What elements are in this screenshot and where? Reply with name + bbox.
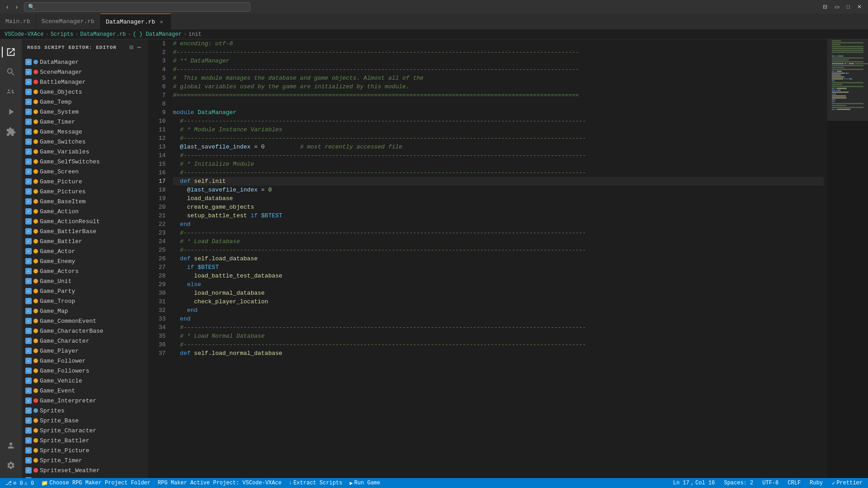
sidebar-toolbar[interactable]: ⊟ ⋯ xyxy=(129,43,143,52)
code-line: #---------------------------------------… xyxy=(173,323,824,332)
sidebar-item-game_vehicle[interactable]: Game_Vehicle xyxy=(22,376,148,386)
status-dot xyxy=(33,219,38,224)
folder-icon: 📁 xyxy=(41,480,48,487)
sidebar-item-game_variables[interactable]: Game_Variables xyxy=(22,147,148,157)
status-encoding[interactable]: UTF-8 xyxy=(761,478,781,488)
sidebar-item-game_baseitem[interactable]: Game_BaseItem xyxy=(22,196,148,206)
sidebar-item-label: Game_Interpreter xyxy=(40,397,96,404)
sidebar-item-spriteset_weather[interactable]: Spriteset_Weather xyxy=(22,465,148,475)
activity-settings[interactable] xyxy=(2,456,20,474)
sidebar-item-datamanager[interactable]: DataManager xyxy=(22,57,148,67)
status-spaces[interactable]: Spaces: 2 xyxy=(722,478,755,488)
sidebar-item-game_pictures[interactable]: Game_Pictures xyxy=(22,187,148,196)
sidebar-title: RGSS SCRIPT EDITOR: EDITOR ⊟ ⋯ xyxy=(22,39,148,55)
sidebar-collapse-icon[interactable]: ⊟ xyxy=(129,43,134,52)
status-language[interactable]: Ruby xyxy=(808,478,825,488)
sidebar-item-game_selfswitches[interactable]: Game_SelfSwitches xyxy=(22,157,148,167)
sidebar-item-game_objects[interactable]: Game_Objects xyxy=(22,87,148,97)
sidebar-item-game_action[interactable]: Game_Action xyxy=(22,206,148,216)
tab-main-rb[interactable]: Main.rb xyxy=(0,14,36,29)
tab-data-manager-rb[interactable]: DataManager.rb ✕ xyxy=(100,14,171,29)
close-button[interactable]: ✕ xyxy=(854,3,864,11)
sidebar-item-game_battlerbase[interactable]: Game_BattlerBase xyxy=(22,226,148,236)
activity-explorer[interactable] xyxy=(2,43,20,61)
line-number: 1 xyxy=(153,39,166,48)
sidebar-item-sprite_battler[interactable]: Sprite_Battler xyxy=(22,435,148,445)
sidebar-item-game_follower[interactable]: Game_Follower xyxy=(22,356,148,366)
status-formatter[interactable]: ✓ Prettier xyxy=(830,478,864,488)
sidebar-item-game_commonevent[interactable]: Game_CommonEvent xyxy=(22,316,148,326)
back-button[interactable]: ‹ xyxy=(4,2,11,11)
sidebar-item-game_unit[interactable]: Game_Unit xyxy=(22,276,148,286)
code-content[interactable]: # encoding: utf-8#----------------------… xyxy=(169,39,827,478)
code-line: end xyxy=(173,315,824,323)
status-project[interactable]: RPG Maker Active Project: VSCode-VXAce xyxy=(156,478,284,488)
line-number: 5 xyxy=(153,74,166,82)
sidebar-item-game_enemy[interactable]: Game_Enemy xyxy=(22,256,148,266)
status-line-ending[interactable]: CRLF xyxy=(786,478,803,488)
sidebar: RGSS SCRIPT EDITOR: EDITOR ⊟ ⋯ DataManag… xyxy=(22,39,148,478)
sidebar-item-game_interpreter[interactable]: Game_Interpreter xyxy=(22,396,148,406)
tab-scene-manager-rb[interactable]: SceneManager.rb xyxy=(36,14,100,29)
status-position[interactable]: Ln 17, Col 16 xyxy=(671,478,716,488)
sidebar-item-label: Game_Variables xyxy=(40,148,89,155)
sidebar-item-sprite_timer[interactable]: Sprite_Timer xyxy=(22,455,148,465)
breadcrumb-scripts[interactable]: Scripts xyxy=(51,31,73,38)
navigation-buttons[interactable]: ‹ › xyxy=(4,2,20,11)
title-search-input[interactable]: [Extension Development Host] RPG Maker f… xyxy=(37,4,246,10)
sidebar-item-game_system[interactable]: Game_System xyxy=(22,107,148,117)
sidebar-item-game_actors[interactable]: Game_Actors xyxy=(22,266,148,276)
title-search-bar[interactable]: 🔍 [Extension Development Host] RPG Maker… xyxy=(24,2,250,12)
activity-account[interactable] xyxy=(2,436,20,455)
status-bar: ⎇ ⊘ 0 ⚠ 0 📁 Choose RPG Maker Project Fol… xyxy=(0,478,868,488)
sidebar-item-game_party[interactable]: Game_Party xyxy=(22,286,148,296)
breadcrumb-class[interactable]: { } DataManager xyxy=(133,31,181,38)
check-icon xyxy=(25,158,32,165)
status-branch[interactable]: ⎇ ⊘ 0 ⚠ 0 xyxy=(4,478,36,488)
sidebar-item-battlemanager[interactable]: BattleManager xyxy=(22,77,148,87)
activity-source-control[interactable] xyxy=(2,83,20,101)
sidebar-item-game_actionresult[interactable]: Game_ActionResult xyxy=(22,216,148,226)
status-dot xyxy=(33,60,38,64)
sidebar-item-sprites[interactable]: Sprites xyxy=(22,406,148,416)
sidebar-item-game_temp[interactable]: Game_Temp xyxy=(22,97,148,107)
toggle-panel-button[interactable]: ▭ xyxy=(832,3,842,11)
editor-scroll[interactable]: 1234567891011121314151617181920212223242… xyxy=(148,39,827,478)
sidebar-item-scenemanager[interactable]: SceneManager xyxy=(22,67,148,77)
sidebar-item-game_characterbase[interactable]: Game_CharacterBase xyxy=(22,326,148,336)
sidebar-menu-icon[interactable]: ⋯ xyxy=(137,43,143,52)
breadcrumb-vscode[interactable]: VSCode-VXAce xyxy=(5,31,43,38)
sidebar-item-game_followers[interactable]: Game_Followers xyxy=(22,366,148,376)
forward-button[interactable]: › xyxy=(13,2,21,11)
sidebar-item-sprite_picture[interactable]: Sprite_Picture xyxy=(22,445,148,455)
sidebar-item-game_picture[interactable]: Game_Picture xyxy=(22,177,148,187)
sidebar-item-game_actor[interactable]: Game_Actor xyxy=(22,246,148,256)
sidebar-item-game_message[interactable]: Game_Message xyxy=(22,127,148,137)
sidebar-item-game_character[interactable]: Game_Character xyxy=(22,336,148,346)
activity-search[interactable] xyxy=(2,63,20,81)
maximize-button[interactable]: □ xyxy=(844,3,853,11)
breadcrumb-file[interactable]: DataManager.rb xyxy=(80,31,126,38)
status-run[interactable]: ▶ Run Game xyxy=(348,478,382,488)
sidebar-item-game_player[interactable]: Game_Player xyxy=(22,346,148,356)
line-number: 12 xyxy=(153,134,166,143)
sidebar-item-game_event[interactable]: Game_Event xyxy=(22,386,148,396)
sidebar-item-sprite_character[interactable]: Sprite_Character xyxy=(22,426,148,435)
status-extract[interactable]: ↓ Extract Scripts xyxy=(287,478,344,488)
sidebar-item-game_screen[interactable]: Game_Screen xyxy=(22,167,148,177)
status-folder[interactable]: 📁 Choose RPG Maker Project Folder xyxy=(39,478,152,488)
code-line: def self.load_database xyxy=(173,254,824,263)
tab-close-icon[interactable]: ✕ xyxy=(158,18,165,25)
sidebar-item-game_switches[interactable]: Game_Switches xyxy=(22,137,148,147)
activity-extensions[interactable] xyxy=(2,123,20,141)
sidebar-item-game_troop[interactable]: Game_Troop xyxy=(22,296,148,306)
sidebar-item-game_map[interactable]: Game_Map xyxy=(22,306,148,316)
line-number: 23 xyxy=(153,229,166,237)
sidebar-item-label: Game_Battler xyxy=(40,238,82,245)
sidebar-item-game_timer[interactable]: Game_Timer xyxy=(22,117,148,127)
split-editor-button[interactable]: ⊟ xyxy=(820,3,830,11)
code-editor[interactable]: 1234567891011121314151617181920212223242… xyxy=(148,39,827,478)
sidebar-item-game_battler[interactable]: Game_Battler xyxy=(22,236,148,246)
activity-run[interactable] xyxy=(2,103,20,121)
sidebar-item-sprite_base[interactable]: Sprite_Base xyxy=(22,416,148,426)
